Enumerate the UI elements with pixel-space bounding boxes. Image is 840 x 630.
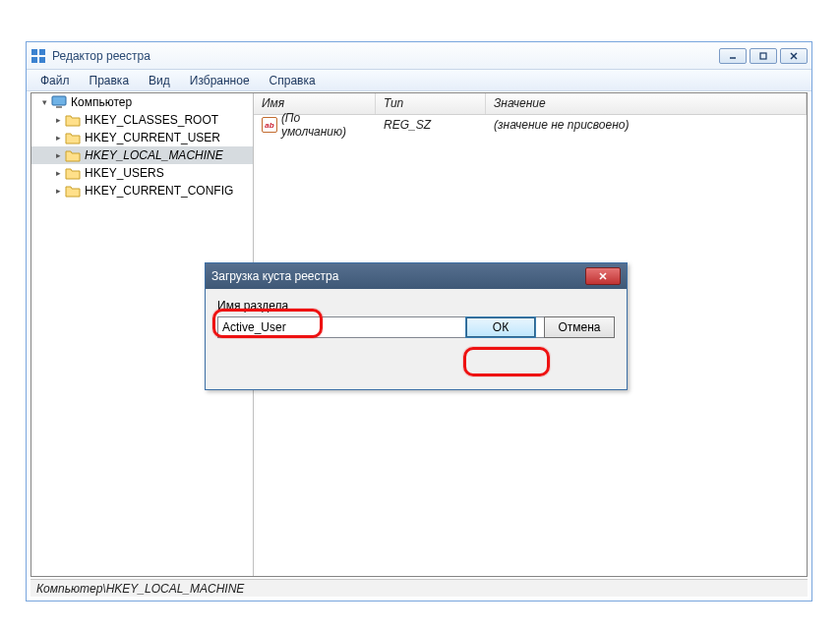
load-hive-dialog: Загрузка куста реестра Имя раздела ОК От… xyxy=(205,262,628,390)
tree-item-hkey_classes_root[interactable]: ▸HKEY_CLASSES_ROOT xyxy=(31,111,253,129)
dialog-titlebar[interactable]: Загрузка куста реестра xyxy=(206,263,627,289)
menu-file[interactable]: Файл xyxy=(32,72,78,89)
expander-icon[interactable]: ▸ xyxy=(51,133,65,143)
statusbar-path: Компьютер\HKEY_LOCAL_MACHINE xyxy=(36,582,244,596)
svg-rect-8 xyxy=(52,96,66,105)
cancel-button[interactable]: Отмена xyxy=(544,316,615,338)
menu-view[interactable]: Вид xyxy=(141,72,178,89)
folder-icon xyxy=(65,112,81,128)
col-type[interactable]: Тип xyxy=(376,93,486,114)
dialog-close-button[interactable] xyxy=(585,267,621,285)
tree-root-label: Компьютер xyxy=(71,95,132,109)
tree-item-hkey_local_machine[interactable]: ▸HKEY_LOCAL_MACHINE xyxy=(31,146,253,164)
titlebar[interactable]: Редактор реестра xyxy=(27,42,811,70)
computer-icon xyxy=(51,94,67,110)
tree-item-hkey_users[interactable]: ▸HKEY_USERS xyxy=(31,164,253,182)
tree-root[interactable]: ▾ Компьютер xyxy=(31,93,253,111)
ok-button[interactable]: ОК xyxy=(465,316,536,338)
statusbar: Компьютер\HKEY_LOCAL_MACHINE xyxy=(30,579,808,597)
minimize-button[interactable] xyxy=(719,48,747,64)
tree-item-label: HKEY_CURRENT_USER xyxy=(85,131,220,144)
svg-rect-1 xyxy=(39,49,45,55)
tree-item-label: HKEY_CLASSES_ROOT xyxy=(85,113,218,127)
expander-icon[interactable]: ▸ xyxy=(51,186,65,196)
close-button[interactable] xyxy=(780,48,808,64)
expander-icon[interactable]: ▾ xyxy=(37,97,51,107)
tree-item-label: HKEY_LOCAL_MACHINE xyxy=(85,148,223,162)
tree-item-hkey_current_user[interactable]: ▸HKEY_CURRENT_USER xyxy=(31,129,253,146)
maximize-button[interactable] xyxy=(750,48,777,64)
svg-rect-5 xyxy=(760,53,766,59)
svg-rect-3 xyxy=(39,57,45,63)
folder-icon xyxy=(65,130,81,145)
folder-icon xyxy=(65,147,81,163)
window-title: Редактор реестра xyxy=(52,49,719,63)
expander-icon[interactable]: ▸ xyxy=(51,150,65,160)
dialog-field-label: Имя раздела xyxy=(217,299,615,313)
string-value-icon: ab xyxy=(262,117,277,133)
tree-item-label: HKEY_USERS xyxy=(85,166,164,180)
svg-rect-0 xyxy=(31,49,37,55)
app-icon xyxy=(30,48,46,64)
menu-help[interactable]: Справка xyxy=(262,72,324,89)
list-row[interactable]: ab(По умолчанию)REG_SZ(значение не присв… xyxy=(254,115,807,135)
menu-favorites[interactable]: Избранное xyxy=(182,72,258,89)
svg-rect-9 xyxy=(56,106,62,108)
expander-icon[interactable]: ▸ xyxy=(51,168,65,178)
dialog-title: Загрузка куста реестра xyxy=(211,269,585,283)
folder-icon xyxy=(65,183,81,199)
tree-item-label: HKEY_CURRENT_CONFIG xyxy=(85,184,233,198)
menu-edit[interactable]: Правка xyxy=(82,72,138,89)
value-name: (По умолчанию) xyxy=(281,111,368,139)
menubar: Файл Правка Вид Избранное Справка xyxy=(27,70,811,91)
value-type: REG_SZ xyxy=(376,118,486,132)
col-value[interactable]: Значение xyxy=(486,93,807,114)
value-data: (значение не присвоено) xyxy=(486,118,807,132)
expander-icon[interactable]: ▸ xyxy=(51,115,65,125)
svg-rect-2 xyxy=(31,57,37,63)
tree-item-hkey_current_config[interactable]: ▸HKEY_CURRENT_CONFIG xyxy=(31,182,253,200)
folder-icon xyxy=(65,165,81,181)
